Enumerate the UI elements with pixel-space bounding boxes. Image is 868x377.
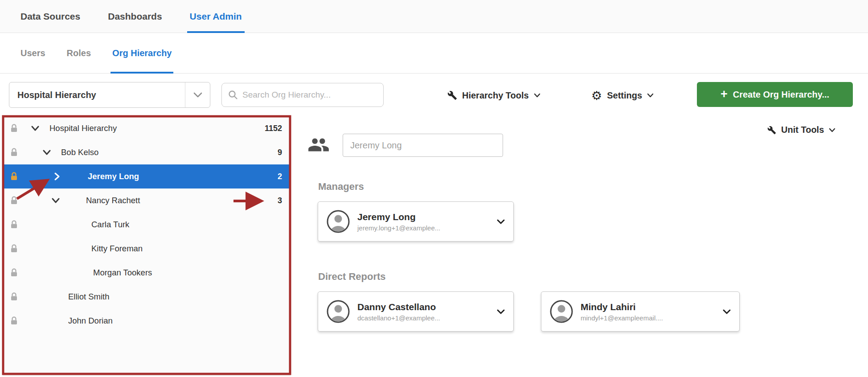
chevron-down-icon[interactable] xyxy=(496,309,505,315)
group-icon xyxy=(307,134,330,156)
tree-node-count: 3 xyxy=(278,188,282,213)
avatar xyxy=(549,299,573,324)
user-card-info: Jeremy Long jeremy.long+1@examplee... xyxy=(357,212,494,232)
user-email: dcastellano+1@examplee... xyxy=(357,314,494,322)
wrench-icon xyxy=(767,126,776,135)
user-email: mindyl+1@exampleemail.... xyxy=(581,314,720,322)
tab-org-hierarchy[interactable]: Org Hierarchy xyxy=(112,33,172,73)
chevron-down-icon[interactable] xyxy=(185,82,210,107)
org-tree-panel: Hospital Hierarchy 1152 Bob Kelso 9 Jere… xyxy=(3,116,291,376)
user-email: jeremy.long+1@examplee... xyxy=(357,224,494,232)
tree-node-label: Bob Kelso xyxy=(61,140,98,164)
tree-row[interactable]: Hospital Hierarchy 1152 xyxy=(3,116,290,140)
lock-icon[interactable] xyxy=(10,292,18,301)
lock-icon[interactable] xyxy=(10,244,18,253)
avatar xyxy=(326,209,350,234)
chevron-right-icon[interactable] xyxy=(54,172,60,181)
tree-node-label: Carla Turk xyxy=(91,213,129,237)
tree-row[interactable]: Elliot Smith xyxy=(3,285,290,309)
chevron-down-icon[interactable] xyxy=(722,309,731,315)
settings-menu[interactable]: ⚙ Settings xyxy=(591,87,654,103)
plus-icon: + xyxy=(721,88,728,100)
lock-icon[interactable] xyxy=(10,268,18,277)
tree-row[interactable]: Morgan Tookers xyxy=(3,261,290,285)
unit-tools-menu[interactable]: Unit Tools xyxy=(767,125,835,135)
tree-node-label: Nancy Rachett xyxy=(86,188,140,213)
user-name: Danny Castellano xyxy=(357,302,494,312)
direct-reports-section-title: Direct Reports xyxy=(318,271,386,283)
lock-icon[interactable] xyxy=(10,172,18,181)
lock-icon[interactable] xyxy=(10,124,18,133)
tree-row[interactable]: John Dorian xyxy=(3,309,290,333)
nav-data-sources[interactable]: Data Sources xyxy=(20,0,80,33)
sub-nav: Users Roles Org Hierarchy xyxy=(0,33,868,74)
nav-dashboards[interactable]: Dashboards xyxy=(108,0,162,33)
tree-node-count: 2 xyxy=(278,164,282,188)
gear-icon: ⚙ xyxy=(591,90,602,102)
chevron-down-icon xyxy=(829,128,835,132)
create-org-hierarchy-button[interactable]: + Create Org Hierarchy... xyxy=(697,82,853,107)
tab-roles[interactable]: Roles xyxy=(67,33,91,73)
user-card[interactable]: Jeremy Long jeremy.long+1@examplee... xyxy=(318,201,514,242)
tree-node-label: Elliot Smith xyxy=(68,285,110,309)
app-root: Data Sources Dashboards User Admin Users… xyxy=(0,0,868,377)
lock-icon[interactable] xyxy=(10,196,18,205)
tree-row[interactable]: Kitty Foreman xyxy=(3,237,290,261)
chevron-down-icon[interactable] xyxy=(42,149,51,156)
nav-user-admin[interactable]: User Admin xyxy=(190,0,242,33)
chevron-down-icon xyxy=(647,93,654,98)
tree-node-count: 1152 xyxy=(265,116,282,140)
chevron-down-icon[interactable] xyxy=(31,125,40,131)
managers-section-title: Managers xyxy=(318,181,364,193)
tree-row-selected[interactable]: Jeremy Long 2 xyxy=(3,164,290,188)
tree-row[interactable]: Carla Turk xyxy=(3,213,290,237)
tree-node-label: John Dorian xyxy=(68,309,113,333)
tree-node-label: Hospital Hierarchy xyxy=(49,116,117,140)
tree-node-label: Jeremy Long xyxy=(88,164,139,188)
search-icon xyxy=(228,90,238,100)
user-name: Jeremy Long xyxy=(357,212,494,222)
chevron-down-icon[interactable] xyxy=(496,219,505,225)
user-card[interactable]: Mindy Lahiri mindyl+1@exampleemail.... xyxy=(541,291,740,332)
user-card-info: Danny Castellano dcastellano+1@examplee.… xyxy=(357,302,494,322)
search-input[interactable] xyxy=(242,90,377,100)
avatar xyxy=(326,299,350,324)
unit-tools-label: Unit Tools xyxy=(781,125,824,135)
hierarchy-tools-label: Hierarchy Tools xyxy=(462,90,529,101)
tree-row[interactable]: Nancy Rachett 3 xyxy=(3,188,290,213)
lock-icon[interactable] xyxy=(10,148,18,157)
lock-icon[interactable] xyxy=(10,316,18,325)
chevron-down-icon xyxy=(534,93,540,98)
tab-users[interactable]: Users xyxy=(20,33,45,73)
hierarchy-tools-menu[interactable]: Hierarchy Tools xyxy=(447,87,540,103)
hierarchy-select-value: Hospital Hierarchy xyxy=(9,90,185,100)
lock-icon[interactable] xyxy=(10,220,18,229)
top-nav: Data Sources Dashboards User Admin xyxy=(0,0,868,33)
create-org-hierarchy-label: Create Org Hierarchy... xyxy=(733,90,829,100)
user-card[interactable]: Danny Castellano dcastellano+1@examplee.… xyxy=(318,291,514,332)
user-name: Mindy Lahiri xyxy=(581,302,720,312)
tree-node-label: Kitty Foreman xyxy=(91,237,143,261)
search-box xyxy=(221,83,384,107)
hierarchy-select[interactable]: Hospital Hierarchy xyxy=(9,82,210,108)
unit-name-input[interactable] xyxy=(343,134,503,157)
user-card-info: Mindy Lahiri mindyl+1@exampleemail.... xyxy=(581,302,720,322)
chevron-down-icon[interactable] xyxy=(51,197,60,204)
wrench-icon xyxy=(447,90,457,100)
settings-label: Settings xyxy=(607,90,642,101)
tree-node-label: Morgan Tookers xyxy=(93,261,152,285)
tree-node-count: 9 xyxy=(278,140,282,164)
tree-row[interactable]: Bob Kelso 9 xyxy=(3,140,290,164)
